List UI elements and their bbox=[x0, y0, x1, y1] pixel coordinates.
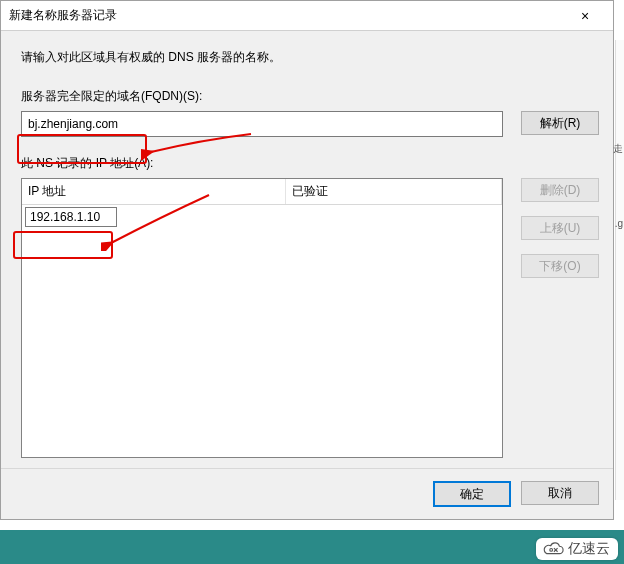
fqdn-label: 服务器完全限定的域名(FQDN)(S): bbox=[21, 88, 599, 105]
ip-section-label: 此 NS 记录的 IP 地址(A): bbox=[21, 155, 599, 172]
fqdn-input[interactable] bbox=[21, 111, 503, 137]
fqdn-row: 解析(R) bbox=[21, 111, 599, 137]
close-icon: × bbox=[581, 8, 589, 24]
titlebar: 新建名称服务器记录 × bbox=[1, 1, 613, 31]
delete-button[interactable]: 删除(D) bbox=[521, 178, 599, 202]
resolve-button[interactable]: 解析(R) bbox=[521, 111, 599, 135]
ip-table-header: IP 地址 已验证 bbox=[22, 179, 502, 205]
side-buttons: 删除(D) 上移(U) 下移(O) bbox=[521, 178, 599, 278]
svg-point-0 bbox=[550, 549, 553, 552]
move-up-button[interactable]: 上移(U) bbox=[521, 216, 599, 240]
watermark: 亿速云 bbox=[536, 538, 618, 560]
cell-ip bbox=[22, 205, 286, 229]
table-row[interactable] bbox=[22, 205, 502, 229]
instruction-text: 请输入对此区域具有权威的 DNS 服务器的名称。 bbox=[21, 49, 599, 66]
cloud-icon bbox=[542, 541, 564, 557]
ok-button[interactable]: 确定 bbox=[433, 481, 511, 507]
ip-section: IP 地址 已验证 删除(D) 上移(U) 下移(O) bbox=[21, 178, 599, 458]
page-background-strip bbox=[0, 530, 624, 564]
background-edge: 走 .g bbox=[615, 40, 624, 500]
ip-edit-input[interactable] bbox=[25, 207, 117, 227]
dialog-window: 新建名称服务器记录 × 请输入对此区域具有权威的 DNS 服务器的名称。 服务器… bbox=[0, 0, 614, 520]
cell-verified bbox=[286, 205, 502, 229]
ip-table-body bbox=[22, 205, 502, 457]
watermark-text: 亿速云 bbox=[568, 540, 610, 558]
edge-text-a: 走 bbox=[613, 142, 623, 156]
close-button[interactable]: × bbox=[565, 2, 605, 30]
col-header-ip[interactable]: IP 地址 bbox=[22, 179, 286, 204]
edge-text-b: .g bbox=[615, 218, 623, 229]
cancel-button[interactable]: 取消 bbox=[521, 481, 599, 505]
dialog-content: 请输入对此区域具有权威的 DNS 服务器的名称。 服务器完全限定的域名(FQDN… bbox=[1, 31, 613, 468]
col-header-verified[interactable]: 已验证 bbox=[286, 179, 502, 204]
move-down-button[interactable]: 下移(O) bbox=[521, 254, 599, 278]
dialog-title: 新建名称服务器记录 bbox=[9, 7, 117, 24]
ip-table: IP 地址 已验证 bbox=[21, 178, 503, 458]
dialog-footer: 确定 取消 bbox=[1, 468, 613, 519]
